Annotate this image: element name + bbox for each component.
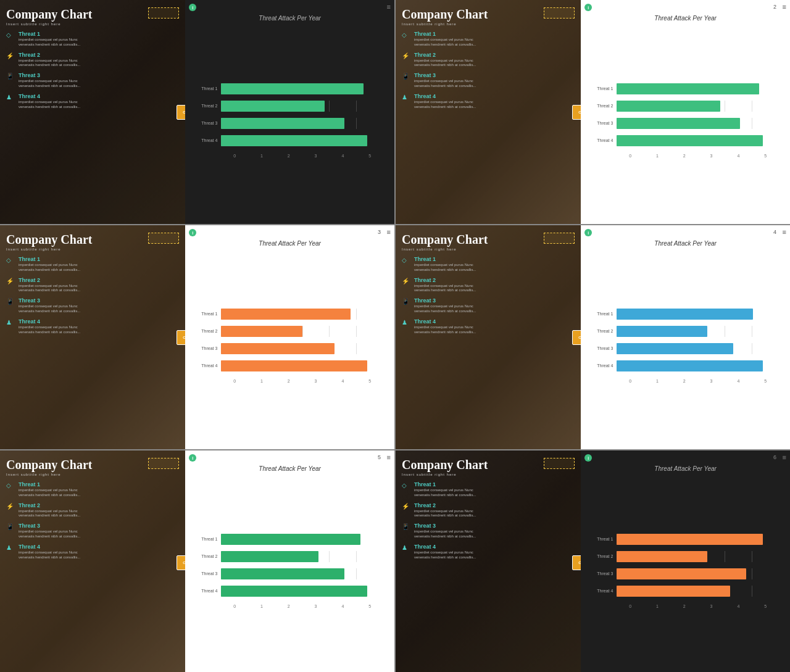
bar-label: Threat 3	[194, 571, 217, 576]
threat-desc-2: imperdiet consequat vel purus Nuncvenena…	[19, 59, 80, 68]
threat-desc-3: imperdiet consequat vel purus Nuncvenena…	[19, 304, 80, 314]
x-axis: 012345	[221, 379, 383, 383]
slide-menu-1[interactable]: ≡	[387, 3, 391, 10]
threat-icon-1: ◇	[6, 257, 15, 265]
chart-title-2: Threat Attack Per Year	[587, 15, 784, 22]
slide-2: Company Chart Insert subtitle right here…	[396, 0, 790, 224]
threat-desc-4: imperdiet consequat vel purus Nuncvenena…	[19, 100, 80, 110]
threat-icon-2: ⚡	[6, 278, 15, 286]
bar-track	[221, 343, 383, 354]
x-axis-label: 3	[698, 604, 725, 608]
slide-right-1: ≡ Threat Attack Per Year Threat 1 Threat…	[185, 0, 394, 224]
bar-fill	[221, 101, 325, 112]
x-axis-label: 3	[698, 154, 725, 158]
threat-desc-3: imperdiet consequat vel purus Nuncvenena…	[19, 529, 80, 539]
threat-item-2: ⚡ Threat 2 imperdiet consequat vel purus…	[402, 277, 575, 294]
chart-area-5: Threat 1 Threat 2 Threat 3	[191, 476, 388, 670]
bar-track	[617, 118, 779, 129]
x-axis-label: 0	[221, 154, 248, 158]
bar-fill	[617, 551, 707, 562]
threat-list: ◇ Threat 1 imperdiet consequat vel purus…	[6, 256, 179, 334]
bar-fill	[221, 118, 344, 129]
bar-track	[221, 586, 383, 597]
threat-desc-2: imperdiet consequat vel purus Nuncvenena…	[19, 284, 80, 294]
threat-icon-2: ⚡	[402, 503, 410, 512]
threat-item-1: ◇ Threat 1 imperdiet consequat vel purus…	[402, 481, 575, 498]
bar-track	[617, 343, 779, 354]
threat-desc-1: imperdiet consequat vel purus Nuncvenena…	[414, 263, 476, 273]
slide-6: Company Chart Insert subtitle right here…	[396, 450, 790, 672]
slide-right-6: 6 ≡ Threat Attack Per Year Threat 1 Thre…	[581, 450, 790, 672]
bar-track	[221, 83, 383, 94]
bar-row: Threat 3	[589, 343, 779, 354]
x-axis: 012345	[221, 604, 383, 608]
threat-icon-1: ◇	[402, 482, 410, 491]
bar-row: Threat 3	[194, 568, 383, 579]
threat-item-1: ◇ Threat 1 imperdiet consequat vel purus…	[6, 256, 179, 273]
left-content: Company Chart Insert subtitle right here…	[396, 225, 581, 346]
slide-menu-2[interactable]: ≡	[783, 3, 786, 10]
dashed-box	[148, 458, 179, 469]
slide-menu-6[interactable]: ≡	[783, 454, 786, 461]
threat-item-4: ♟ Threat 4 imperdiet consequat vel purus…	[6, 544, 179, 560]
logo-badge: C	[572, 105, 581, 120]
threat-desc-4: imperdiet consequat vel purus Nuncvenena…	[414, 550, 476, 560]
logo-badge: C	[177, 555, 185, 570]
threat-item-2: ⚡ Threat 2 imperdiet consequat vel purus…	[402, 502, 575, 519]
chart-area-6: Threat 1 Threat 2 Threat 3	[587, 476, 784, 670]
bar-track	[221, 551, 383, 562]
x-axis-label: 5	[356, 379, 383, 383]
threat-item-3: 📱 Threat 3 imperdiet consequat vel purus…	[402, 523, 575, 539]
threat-name-4: Threat 4	[19, 318, 80, 325]
bar-row: Threat 2	[194, 326, 383, 337]
info-badge-3: i	[189, 229, 196, 236]
bar-fill	[221, 360, 367, 371]
x-axis-label: 4	[329, 604, 356, 608]
x-axis-label: 5	[356, 604, 383, 608]
threat-name-1: Threat 1	[19, 31, 80, 37]
slide-left-1: Company Chart Insert subtitle right here…	[0, 0, 185, 224]
slide-number-2: 2	[773, 4, 776, 10]
bar-row: Threat 1	[194, 83, 383, 94]
threat-name-4: Threat 4	[414, 544, 476, 550]
threat-desc-2: imperdiet consequat vel purus Nuncvenena…	[414, 59, 476, 68]
x-axis-label: 3	[698, 379, 725, 383]
bar-label: Threat 4	[589, 363, 613, 368]
x-axis-label: 4	[725, 379, 752, 383]
threat-icon-3: 📱	[6, 73, 15, 81]
slide-number-6: 6	[773, 454, 776, 460]
slide-left-4: Company Chart Insert subtitle right here…	[396, 225, 581, 449]
bar-track	[221, 568, 383, 579]
bar-track	[617, 309, 779, 320]
threat-name-2: Threat 2	[19, 52, 80, 58]
threat-desc-2: imperdiet consequat vel purus Nuncvenena…	[414, 509, 476, 519]
threat-item-3: 📱 Threat 3 imperdiet consequat vel purus…	[402, 72, 575, 89]
dashed-box	[544, 233, 575, 244]
slide-menu-3[interactable]: ≡	[387, 228, 391, 236]
threat-icon-3: 📱	[402, 523, 410, 532]
slide-menu-4[interactable]: ≡	[783, 228, 786, 236]
threat-desc-4: imperdiet consequat vel purus Nuncvenena…	[19, 550, 80, 560]
x-axis-label: 2	[275, 154, 302, 158]
slide-number-3: 3	[378, 229, 381, 235]
bar-fill	[617, 118, 740, 129]
threat-icon-1: ◇	[6, 31, 15, 40]
threat-name-3: Threat 3	[414, 72, 476, 78]
threat-name-2: Threat 2	[19, 277, 80, 283]
bar-label: Threat 1	[589, 86, 613, 91]
slide-subtitle-4: Insert subtitle right here	[402, 247, 575, 251]
bar-row: Threat 2	[589, 326, 779, 337]
slide-menu-5[interactable]: ≡	[387, 454, 391, 461]
x-axis-label: 1	[248, 154, 275, 158]
x-axis-label: 3	[302, 604, 330, 608]
chart-title-1: Threat Attack Per Year	[191, 15, 388, 22]
slide-5: Company Chart Insert subtitle right here…	[0, 450, 394, 672]
bar-track	[617, 534, 779, 545]
x-axis-label: 4	[329, 154, 356, 158]
threat-desc-1: imperdiet consequat vel purus Nuncvenena…	[414, 488, 476, 498]
x-axis-label: 2	[671, 154, 698, 158]
threat-icon-2: ⚡	[6, 503, 15, 512]
info-badge-1: i	[189, 4, 196, 11]
slide-number-4: 4	[773, 229, 776, 235]
threat-item-4: ♟ Threat 4 imperdiet consequat vel purus…	[402, 318, 575, 335]
